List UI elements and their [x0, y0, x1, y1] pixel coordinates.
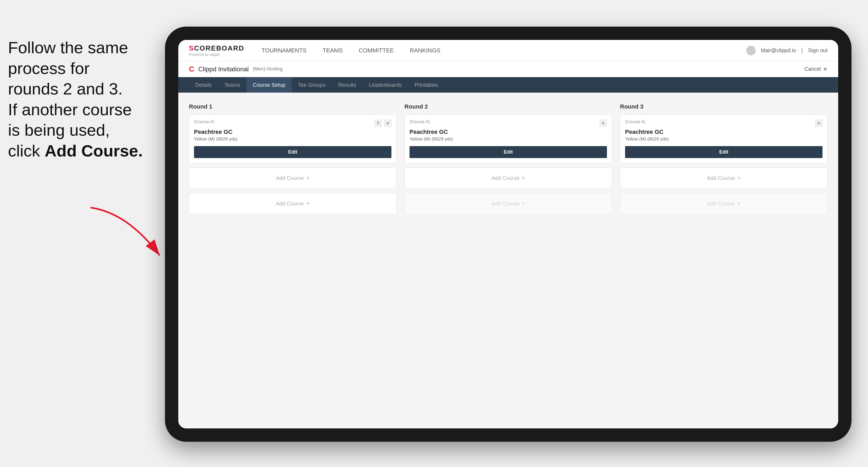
course-label-r1: (Course A) [194, 120, 214, 124]
main-content: Round 1 (Course A) ⠿ ✕ Peachtree GC Yell… [178, 93, 838, 428]
add-course-text-r2-1: Add Course + [492, 175, 525, 182]
cancel-x[interactable]: ✕ [823, 66, 828, 72]
course-card-header-r2: (Course A) ✕ [409, 120, 607, 127]
add-course-r1-slot2[interactable]: Add Course + [189, 193, 397, 214]
add-course-text-r2-2: Add Course + [492, 200, 525, 207]
round-2-label: Round 2 [404, 103, 612, 110]
round-1-course-card-1: (Course A) ⠿ ✕ Peachtree GC Yellow (M) (… [189, 115, 397, 163]
add-course-r3-slot1[interactable]: Add Course + [620, 167, 828, 189]
add-course-r1-slot1[interactable]: Add Course + [189, 167, 397, 189]
plus-icon-r1-2: + [306, 200, 309, 207]
nav-teams[interactable]: TEAMS [321, 47, 344, 54]
add-course-r2-slot1[interactable]: Add Course + [404, 167, 612, 189]
edit-button-r2[interactable]: Edit [409, 146, 607, 158]
hosting-badge: Hosting [266, 66, 283, 72]
round-2-column: Round 2 (Course A) ✕ Peachtree GC Yellow… [404, 103, 612, 218]
user-email: blair@clippd.io [761, 48, 796, 54]
nav-items: TOURNAMENTS TEAMS COMMITTEE RANKINGS [260, 47, 746, 54]
plus-icon-r2-1: + [522, 175, 525, 182]
tab-teams[interactable]: Teams [218, 77, 246, 93]
plus-icon-r2-2: + [522, 200, 525, 207]
edit-button-r3[interactable]: Edit [625, 146, 823, 158]
instruction-text: Follow the same process for rounds 2 and… [8, 38, 143, 160]
logo-subtitle: Powered by clippd [189, 53, 244, 57]
course-card-header-r3: (Course A) ✕ [625, 120, 823, 127]
instruction-panel: Follow the same process for rounds 2 and… [0, 37, 165, 161]
user-avatar [746, 46, 756, 55]
add-course-text-r1-1: Add Course + [276, 175, 309, 182]
tab-bar: Details Teams Course Setup Tee Groups Re… [178, 77, 838, 93]
course-name-r1: Peachtree GC [194, 128, 392, 135]
add-course-text-r3-1: Add Course + [707, 175, 741, 182]
edit-button-r1[interactable]: Edit [194, 146, 392, 158]
nav-tournaments[interactable]: TOURNAMENTS [260, 47, 308, 54]
course-details-r1: Yellow (M) (6629 yds) [194, 136, 392, 142]
nav-separator: | [801, 48, 803, 54]
course-label-r3: (Course A) [625, 120, 645, 124]
tab-leaderboards[interactable]: Leaderboards [363, 77, 408, 93]
course-card-header: (Course A) ⠿ ✕ [194, 120, 392, 127]
round-3-course-card-1: (Course A) ✕ Peachtree GC Yellow (M) (66… [620, 115, 828, 163]
tab-course-setup[interactable]: Course Setup [246, 77, 292, 93]
add-course-text-r1-2: Add Course + [276, 200, 309, 207]
nav-right: blair@clippd.io | Sign out [746, 46, 828, 55]
tab-tee-groups[interactable]: Tee Groups [292, 77, 332, 93]
tablet-frame: SCOREBOARD Powered by clippd TOURNAMENTS… [165, 27, 851, 442]
delete-icon-r2[interactable]: ✕ [599, 120, 607, 127]
nav-committee[interactable]: COMMITTEE [358, 47, 395, 54]
sub-header: C Clippd Invitational (Men) Hosting Canc… [178, 61, 838, 77]
sign-out-link[interactable]: Sign out [808, 48, 828, 54]
round-3-label: Round 3 [620, 103, 828, 110]
round-1-column: Round 1 (Course A) ⠿ ✕ Peachtree GC Yell… [189, 103, 397, 218]
plus-icon-r1-1: + [306, 175, 309, 182]
add-course-r3-slot2: Add Course + [620, 193, 828, 214]
add-course-text-r3-2: Add Course + [707, 200, 741, 207]
bold-add-course: Add Course. [45, 142, 143, 160]
course-label-r2: (Course A) [409, 120, 430, 124]
cancel-button[interactable]: Cancel [804, 66, 821, 72]
course-name-r3: Peachtree GC [625, 128, 823, 135]
add-course-r2-slot2: Add Course + [404, 193, 612, 214]
course-card-icons-r2: ✕ [599, 120, 607, 127]
plus-icon-r3-2: + [737, 200, 741, 207]
tablet-screen: SCOREBOARD Powered by clippd TOURNAMENTS… [178, 40, 838, 428]
course-details-r2: Yellow (M) (6629 yds) [409, 136, 607, 142]
nav-rankings[interactable]: RANKINGS [408, 47, 442, 54]
course-card-icons: ⠿ ✕ [374, 120, 392, 127]
course-details-r3: Yellow (M) (6629 yds) [625, 136, 823, 142]
tab-printables[interactable]: Printables [408, 77, 445, 93]
course-card-icons-r3: ✕ [815, 120, 823, 127]
course-name-r2: Peachtree GC [409, 128, 607, 135]
logo-c-letter: S [189, 44, 194, 52]
drag-icon-r1[interactable]: ⠿ [374, 120, 382, 127]
tournament-gender: (Men) [253, 66, 265, 72]
rounds-grid: Round 1 (Course A) ⠿ ✕ Peachtree GC Yell… [189, 103, 828, 218]
delete-icon-r3[interactable]: ✕ [815, 120, 823, 127]
top-nav: SCOREBOARD Powered by clippd TOURNAMENTS… [178, 40, 838, 61]
tab-results[interactable]: Results [332, 77, 363, 93]
plus-icon-r3-1: + [737, 175, 741, 182]
clippd-logo: C [189, 65, 194, 73]
round-1-label: Round 1 [189, 103, 397, 110]
logo-title: SCOREBOARD [189, 44, 244, 53]
tournament-name: Clippd Invitational [198, 65, 249, 73]
tab-details[interactable]: Details [189, 77, 218, 93]
delete-icon-r1[interactable]: ✕ [384, 120, 392, 127]
logo-area: SCOREBOARD Powered by clippd [189, 44, 244, 57]
round-2-course-card-1: (Course A) ✕ Peachtree GC Yellow (M) (66… [404, 115, 612, 163]
round-3-column: Round 3 (Course A) ✕ Peachtree GC Yellow… [620, 103, 828, 218]
